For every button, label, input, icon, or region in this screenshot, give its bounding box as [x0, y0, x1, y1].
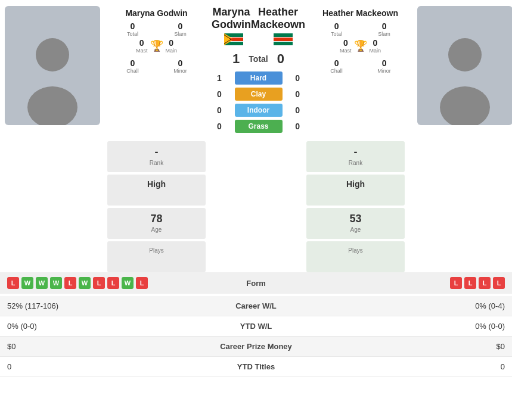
bottom-stat-row: 0% (0-0)YTD W/L0% (0-0) [0, 316, 512, 337]
right-trophy-icon: 🏆 [354, 39, 367, 52]
total-score-row: 1 Total 0 [209, 51, 308, 67]
comparison-row: Maryna Godwin 0 Total 0 Slam 0 Mast 🏆 [0, 0, 512, 139]
right-age-card: 53 Age [306, 208, 405, 239]
right-player-stats-grid: 0 Total 0 Slam [313, 21, 408, 37]
left-form-badges: LWWWLWLLWL [7, 277, 197, 289]
left-rank-card: - Rank [107, 141, 206, 172]
form-badge-left: W [79, 277, 91, 289]
bottom-stat-center: YTD W/L [197, 322, 316, 331]
right-player-info: Heather Mackeown 0 Total 0 Slam 0 Mast 🏆 [308, 6, 412, 136]
form-badge-right: L [479, 277, 491, 289]
right-stat-main: 0 Main [370, 38, 381, 54]
svg-rect-18 [274, 38, 293, 41]
right-stat-slam: 0 Slam [361, 21, 408, 37]
left-trophy-icon: 🏆 [150, 39, 163, 52]
center-flags-row [209, 33, 308, 48]
form-badge-left: W [36, 277, 48, 289]
left-stat-main: 0 Main [166, 38, 178, 54]
left-stat-chall: 0 Chall [109, 58, 157, 74]
left-flag [224, 33, 243, 48]
form-badge-left: L [7, 277, 19, 289]
bottom-stats: 52% (117-106)Career W/L0% (0-4)0% (0-0)Y… [0, 296, 512, 377]
form-badge-left: W [50, 277, 62, 289]
right-rank-card: - Rank [306, 141, 405, 172]
right-stat-total: 0 Total [313, 21, 361, 37]
form-badge-left: W [122, 277, 134, 289]
indoor-left: 0 [213, 105, 225, 115]
bottom-stat-left: 52% (117-106) [7, 301, 197, 310]
left-name-center: Maryna Godwin [212, 6, 251, 31]
right-high-card: High [306, 175, 405, 206]
svg-rect-16 [274, 33, 293, 37]
form-badge-left: L [93, 277, 105, 289]
left-photo-col [0, 6, 104, 136]
bottom-stat-left: 0 [7, 362, 197, 371]
svg-point-21 [448, 38, 482, 71]
form-label: Form [197, 279, 316, 288]
bottom-stat-center: Career Prize Money [197, 342, 316, 351]
form-badge-left: W [21, 277, 33, 289]
left-trophy-row: 0 Mast 🏆 0 Main [109, 38, 204, 54]
svg-point-0 [36, 38, 69, 71]
cards-section: - Rank High 78 Age Plays - Rank High [0, 139, 512, 272]
svg-point-22 [440, 86, 490, 125]
surface-rows: 1 Hard 0 0 Clay 0 0 Indoor 0 0 Grass [209, 71, 308, 136]
form-badge-right: L [493, 277, 505, 289]
right-name-center: Heather Mackeown [251, 6, 305, 31]
right-stat-chall: 0 Chall [313, 58, 361, 74]
left-plays-card: Plays [107, 241, 206, 272]
left-cards-col: - Rank High 78 Age Plays [104, 141, 209, 272]
right-player-photo [417, 6, 512, 125]
clay-row: 0 Clay 0 [213, 88, 303, 101]
left-player-info: Maryna Godwin 0 Total 0 Slam 0 Mast 🏆 [104, 6, 209, 136]
form-section: LWWWLWLLWL Form LLLL [0, 272, 512, 294]
bottom-stat-center: YTD Titles [197, 362, 316, 371]
bottom-stat-right: 0% (0-0) [316, 322, 505, 331]
hard-left: 1 [213, 73, 225, 83]
grass-right: 0 [291, 122, 303, 131]
indoor-badge: Indoor [235, 104, 283, 117]
center-cards-spacer [209, 141, 303, 272]
svg-point-1 [27, 86, 77, 125]
right-stat-minor: 0 Minor [361, 58, 408, 74]
svg-rect-17 [274, 42, 293, 45]
left-player-stats-grid2: 0 Chall 0 Minor [109, 58, 204, 74]
clay-badge: Clay [235, 88, 283, 101]
clay-left: 0 [213, 89, 225, 99]
clay-right: 0 [291, 89, 303, 99]
hard-badge: Hard [235, 71, 283, 85]
right-plays-card: Plays [306, 241, 405, 272]
left-player-name: Maryna Godwin [125, 8, 187, 18]
bottom-stat-row: $0Career Prize Money$0 [0, 337, 512, 357]
grass-left: 0 [213, 122, 225, 131]
bottom-stat-center: Career W/L [197, 301, 316, 310]
form-badge-left: L [107, 277, 119, 289]
indoor-row: 0 Indoor 0 [213, 104, 303, 117]
left-flag-svg [224, 33, 243, 45]
bottom-stat-row: 0YTD Titles0 [0, 357, 512, 377]
indoor-right: 0 [291, 105, 303, 115]
bottom-stat-left: 0% (0-0) [7, 322, 197, 331]
right-player-name: Heather Mackeown [322, 8, 398, 18]
left-high-card: High [107, 175, 206, 206]
right-flag-svg [274, 33, 293, 45]
form-badge-right: L [450, 277, 462, 289]
grass-badge: Grass [235, 120, 283, 133]
right-cards-col: - Rank High 53 Age Plays [303, 141, 408, 272]
right-player-stats-grid2: 0 Chall 0 Minor [313, 58, 408, 74]
bottom-stat-right: 0% (0-4) [316, 301, 505, 310]
left-player-photo [5, 6, 100, 125]
grass-row: 0 Grass 0 [213, 120, 303, 133]
left-stat-slam: 0 Slam [157, 21, 204, 37]
left-stat-minor: 0 Minor [157, 58, 204, 74]
total-score-right: 0 [277, 51, 284, 67]
left-stat-total: 0 Total [109, 21, 157, 37]
total-score-left: 1 [232, 51, 240, 67]
bottom-stat-right: $0 [316, 342, 505, 351]
bottom-stat-left: $0 [7, 342, 197, 351]
form-badge-left: L [64, 277, 76, 289]
right-flag [274, 33, 293, 48]
hard-row: 1 Hard 0 [213, 71, 303, 85]
right-photo-spacer [408, 141, 512, 272]
left-age-card: 78 Age [107, 208, 206, 239]
